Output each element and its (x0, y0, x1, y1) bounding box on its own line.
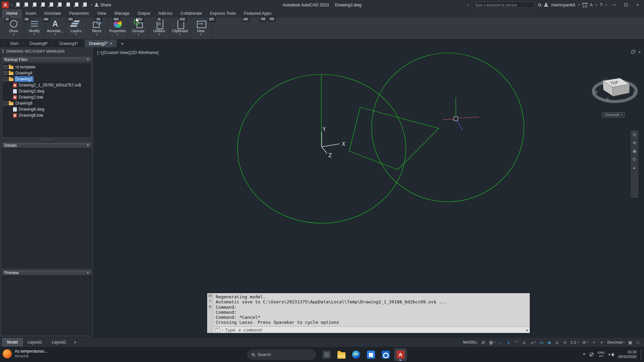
autodesk-app-icon[interactable]: A (590, 3, 593, 7)
ribbon-tab[interactable]: Annotate AN (41, 10, 65, 17)
show-desktop-button[interactable] (641, 350, 641, 359)
drag-grip-icon[interactable] (208, 294, 212, 297)
autocad-taskbar[interactable] (394, 348, 407, 361)
clock[interactable]: 15:30 09/10/2025 (618, 350, 637, 359)
clean-screen-toggle[interactable]: □ (635, 339, 641, 346)
quick-properties-toggle[interactable]: ▣ (627, 339, 634, 346)
qat-icon[interactable]: 5 (48, 2, 55, 8)
file-tab[interactable]: + (119, 40, 126, 47)
tree-item-label[interactable]: Drawing6 (15, 101, 33, 106)
qat-icon[interactable]: 4 (40, 2, 47, 8)
cart-icon[interactable] (583, 3, 587, 6)
chevron-down-icon[interactable]: ▾ (222, 328, 223, 331)
osnap-tracking-toggle[interactable]: ∠ (521, 339, 528, 346)
layout-tab[interactable]: + (71, 339, 79, 346)
keyword-search-input[interactable]: Type a keyword or phrase (472, 2, 535, 8)
isodraft-toggle[interactable]: ◠ (513, 339, 520, 346)
file-explorer[interactable] (335, 348, 348, 361)
qat-icon[interactable]: 2 (23, 2, 30, 8)
customize-icon[interactable]: ⚙ (209, 305, 212, 309)
qat-icon[interactable]: 8 (73, 2, 80, 8)
tree-item-label[interactable]: Drawing2.bak (18, 95, 44, 100)
qat-icon[interactable]: 3 (32, 2, 38, 8)
customization-button[interactable]: + (591, 339, 597, 346)
username-label[interactable]: marlonyanik8 (551, 3, 575, 7)
command-history[interactable]: Regenerating model. Automatic save to C:… (213, 293, 530, 326)
share-button[interactable]: Share (95, 3, 111, 7)
account-caret-icon[interactable]: ▾ (578, 3, 580, 6)
file-tab[interactable]: Start (6, 40, 23, 47)
layout-tab[interactable]: Layout2 (47, 339, 70, 346)
qat-icon[interactable]: 1 (15, 2, 21, 8)
tree-row[interactable]: Drawing2_1_29790_b50cd757.sv$ (2, 82, 91, 88)
dynamic-ucs-toggle[interactable]: ∠ (554, 339, 560, 346)
command-input-row[interactable]: ▾ Type a command ▲ (213, 326, 530, 333)
tab-close-icon[interactable]: × (110, 41, 112, 46)
microsoft-store[interactable] (365, 348, 377, 361)
search-icon[interactable] (538, 3, 541, 6)
ribbon-tab[interactable]: Home H (3, 10, 21, 17)
ribbon-tab[interactable]: Manage MA (111, 10, 133, 17)
tree-item-label[interactable]: rd template (15, 64, 36, 70)
close-button[interactable]: × (633, 0, 642, 10)
splitter-grip[interactable] (40, 139, 54, 140)
tree-item-label[interactable]: Drawing6.dwg (18, 107, 45, 112)
tree-item-label[interactable]: Drawing2.dwg (18, 88, 45, 94)
tree-row[interactable]: - Drawing6 (2, 100, 91, 106)
zoom-icon[interactable]: ◉ (633, 149, 636, 154)
qat-customize-caret-icon[interactable]: ▾ (91, 3, 92, 6)
ortho-toggle[interactable]: ∟ (498, 339, 505, 346)
ribbon-tab[interactable]: Collaborate CO (177, 10, 206, 17)
viewport-view-control[interactable]: [Custom View] (103, 50, 129, 55)
volume-muted-icon[interactable]: × (609, 352, 614, 357)
grid-toggle[interactable]: ⊞ (480, 339, 487, 346)
snap-toggle[interactable]: ▦ (488, 339, 497, 346)
tree-row[interactable]: Drawing6.dwg (2, 106, 91, 112)
tree-row[interactable]: Drawing2.dwg (2, 88, 91, 94)
outlook[interactable] (379, 348, 392, 361)
ribbon-tab[interactable]: Add-ins G (155, 10, 176, 17)
file-tab[interactable]: Drawing6* (25, 40, 52, 47)
pan-icon[interactable]: ⊕ (633, 140, 636, 145)
tree-row[interactable]: Drawing6.bak (2, 112, 91, 118)
viewport-close-icon[interactable]: × (638, 50, 641, 55)
navigation-wheel-icon[interactable]: ◎ (633, 132, 636, 137)
start-button[interactable] (237, 352, 243, 358)
ribbon-tab[interactable]: Insert IN (22, 10, 40, 17)
qat-icon[interactable]: 7 (65, 2, 72, 8)
tree-expand-icon[interactable]: - (4, 77, 7, 81)
help-icon[interactable]: ? (600, 2, 602, 7)
collapse-caret-icon[interactable]: ▼ (87, 271, 89, 274)
collapse-caret-icon[interactable]: ▼ (87, 144, 89, 147)
ribbon-tab[interactable]: Featured Apps AP (240, 10, 275, 17)
minimize-button[interactable] (610, 0, 619, 10)
hidden-icons-chevron[interactable]: ^ (583, 352, 586, 357)
weather-notification[interactable]: As temperaturas... Amanhã (3, 349, 48, 358)
selection-cycling-toggle[interactable]: ◈ (546, 339, 553, 346)
tree-expand-icon[interactable]: + (4, 65, 7, 69)
tree-row[interactable]: + rd template (2, 64, 91, 70)
units-select[interactable]: Decimal (606, 339, 626, 346)
ribbon-tab[interactable]: Express Tools ET (206, 10, 240, 17)
language-switcher[interactable]: ENG PT (598, 351, 605, 358)
app-menu-caret-icon[interactable]: ▾ (11, 3, 12, 6)
tree-expand-icon[interactable]: + (4, 71, 7, 75)
expand-history-icon[interactable]: ▲ (526, 328, 528, 331)
app-store-caret-icon[interactable]: ▾ (596, 3, 597, 6)
model-space-button[interactable]: MODEL (462, 339, 479, 346)
annotation-scale-select[interactable]: 1:1 (569, 339, 580, 346)
ribbon-tab[interactable]: Parametric PA (65, 10, 93, 17)
command-line-window[interactable]: ✕ ⚙ Regenerating model. Automatic save t… (207, 293, 530, 333)
lineweight-toggle[interactable]: ▭ (538, 339, 545, 346)
tree-item-label[interactable]: Drawing4 (15, 70, 33, 76)
viewcube-ucs-menu[interactable]: Unnamed ▾ (602, 112, 625, 117)
showmotion-icon[interactable]: ▸ (633, 166, 636, 170)
command-close-icon[interactable]: ✕ (209, 299, 211, 303)
pinned-app[interactable] (320, 348, 333, 361)
ribbon-tab[interactable]: Output OU (134, 10, 154, 17)
panel-grip-icon[interactable] (2, 49, 4, 53)
qat-icon[interactable]: 6 (57, 2, 63, 8)
collapse-caret-icon[interactable]: ▼ (87, 58, 89, 61)
qat-icon[interactable]: 9 (82, 2, 89, 8)
recent-commands-icon[interactable] (215, 328, 220, 332)
